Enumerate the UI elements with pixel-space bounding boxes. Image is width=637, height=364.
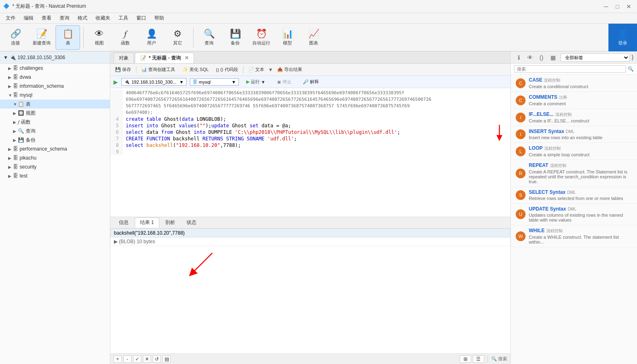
toolbar-connect-button[interactable]: 🔗 连接 [3,25,28,50]
snippet-loop[interactable]: L LOOP流程控制 Create a simple loop construc… [511,143,637,160]
snippet-case[interactable]: C CASE流程控制 Create a conditional construc… [511,75,637,92]
database-dropdown[interactable]: 🗄 mysql ▼ [190,78,239,86]
export-button[interactable]: 📤 导出结果 [274,66,305,73]
snippet-title-ifelse: IF...ELSE... [529,111,554,117]
sidebar-item-security[interactable]: ▶ 🗄 security [0,162,110,171]
sidebar-connection-label[interactable]: 192.168.10.150_3306 [18,55,65,60]
result-tab-status[interactable]: 状态 [181,218,202,228]
result-filter-button[interactable]: ▤ [163,355,171,363]
maximize-button[interactable]: □ [612,2,622,11]
arrow-info-schema: ▶ [8,84,13,89]
tab-object[interactable]: 对象 [114,53,134,63]
sidebar-item-func[interactable]: ▶ 𝑓 函数 [0,118,110,127]
sidebar-item-view[interactable]: ▶ 🔲 视图 [0,109,110,118]
toolbar-function-button[interactable]: 𝑓 函数 [113,25,138,50]
query-create-button[interactable]: 📊 查询创建工具 [138,66,178,73]
toolbar-table-button[interactable]: 📋 表 [56,25,80,50]
sidebar-item-pikachu[interactable]: ▶ 🗄 pikachu [0,153,110,162]
sidebar-item-label-query: 查询 [26,128,107,135]
sidebar-item-label-func: 函数 [21,119,107,126]
sql-editor[interactable]: 400646f776e6c6f616465725f696e6974006f706… [110,88,510,217]
rp-eye-icon[interactable]: 👁 [526,53,535,62]
result-tab-result1[interactable]: 结果 1 [135,218,159,228]
func-tree-icon: 𝑓 [18,119,19,125]
result-delete-button[interactable]: - [123,355,131,363]
snippet-select[interactable]: S SELECT SyntaxDML Retrieve rows selecte… [511,187,637,204]
sidebar-item-test[interactable]: ▶ 🗄 test [0,171,110,180]
rp-search-input[interactable] [514,65,626,73]
sidebar-item-mysql[interactable]: ▼ 🗄 mysql [0,91,110,100]
sidebar-item-dvwa[interactable]: ▶ 🗄 dvwa [0,73,110,82]
sql-line-hex2: 696e697400726567726561640072656772656164… [110,96,510,103]
rp-expand-icon[interactable]: ⟩ [631,53,634,61]
stop-button[interactable]: ⏹ 停止 [273,78,296,86]
result-check-button[interactable]: ✓ [133,355,141,363]
sql-line-5: 5 insert into Ghost values("");update Gh… [110,122,510,129]
snippet-comments[interactable]: C COMMENTS注释 Create a comment [511,92,637,109]
toolbar-schedule-button[interactable]: ⏰ 自动运行 [249,25,274,50]
menu-file[interactable]: 文件 [2,14,20,22]
content-area: 对象 📝 * 无标题 - 查询 ✕ 💾 保存 📊 查询创建工具 ✨ 美化 SQL [110,51,510,364]
menu-query[interactable]: 查询 [56,14,74,22]
rp-info-icon[interactable]: ℹ [514,53,523,62]
result-tab-info[interactable]: 信息 [114,218,134,228]
result-grid-button[interactable]: ⊞ [460,355,471,363]
sidebar-item-information-schema[interactable]: ▶ 🗄 information_schema [0,82,110,91]
toolbar-backup-button[interactable]: 💾 备份 [223,25,247,50]
arrow-perf-schema: ▶ [8,147,13,151]
snippet-while[interactable]: W WHILE流程控制 Create a WHILE construct. Th… [511,225,637,247]
toolbar-view-button[interactable]: 👁 视图 [87,25,111,50]
toolbar-model-button[interactable]: 📊 模型 [275,25,300,50]
menu-favorites[interactable]: 收藏夹 [91,14,114,22]
tag-selector-dropdown[interactable]: 全部标签 [561,53,630,62]
tab-close-icon[interactable]: ✕ [185,55,189,61]
result-tabs: 信息 结果 1 剖析 状态 [110,217,510,229]
menu-window[interactable]: 窗口 [132,14,150,22]
result-add-button[interactable]: + [114,355,122,363]
code-snippet-button[interactable]: () () 代码段 [213,66,241,73]
save-button[interactable]: 💾 保存 [112,66,134,73]
close-button[interactable]: ✕ [624,2,634,11]
connection-dropdown[interactable]: 🔌 192.168.10.150_330... ▼ [121,78,187,86]
snippet-update[interactable]: U UPDATE SyntaxDML Updates columns of ex… [511,204,637,225]
sidebar-item-performance-schema[interactable]: ▶ 🗄 performance_schema [0,144,110,153]
menu-edit[interactable]: 编辑 [20,14,38,22]
beautify-button[interactable]: ✨ 美化 SQL [179,66,212,73]
tab-query[interactable]: 📝 * 无标题 - 查询 ✕ [135,53,194,63]
toolbar-new-query-button[interactable]: 📝 新建查询 [29,25,54,50]
rp-bracket-icon[interactable]: () [537,53,546,62]
explain-button[interactable]: 🔎 解释 [299,78,323,86]
toolbar-user-button[interactable]: 👤 用户 [139,25,164,50]
sidebar-item-label-challenges: challenges [20,65,107,71]
menu-format[interactable]: 格式 [74,14,91,22]
sidebar-item-backup-tree[interactable]: ▶ 💾 备份 [0,135,110,144]
text-button[interactable]: 📄 文本 [245,66,267,73]
snippet-repeat[interactable]: R REPEAT流程控制 Create A REPEAT construct. … [511,160,637,187]
menu-view[interactable]: 查看 [38,14,56,22]
db-value: mysql [199,80,211,84]
snippet-ifelse[interactable]: I IF...ELSE...流程控制 Create a IF...ELSE...… [511,109,637,126]
menu-tools[interactable]: 工具 [114,14,132,22]
result-tab-profiling[interactable]: 剖析 [160,218,180,228]
sidebar-item-query[interactable]: ▶ 🔍 查询 [0,127,110,135]
snippet-insert[interactable]: I INSERT SyntaxDML Insert new rows into … [511,126,637,143]
toolbar-other-button[interactable]: ⚙ 其它 [165,25,190,50]
export-icon: 📤 [277,67,283,72]
sidebar-item-challenges[interactable]: ▶ 🗄 challenges [0,64,110,73]
backup-tree-icon: 💾 [18,137,24,143]
toolbar-query-button[interactable]: 🔍 查询 [197,25,221,50]
result-cancel-button[interactable]: ✕ [143,355,151,363]
result-list-button[interactable]: ☰ [473,355,484,363]
sidebar-item-table[interactable]: ▼ 📋 表 [0,100,110,109]
snippets-list: C CASE流程控制 Create a conditional construc… [511,75,637,364]
line-code-hex4: 6e697400); [122,109,153,116]
line-num-6: 6 [110,129,122,135]
menu-help[interactable]: 帮助 [150,14,168,22]
run-button[interactable]: ▶ 运行 ▼ [242,78,270,86]
result-refresh-button[interactable]: ↺ [153,355,161,363]
rp-grid-icon[interactable]: ▦ [548,53,557,62]
sql-line-9: 9 [110,149,510,155]
toolbar-chart-button[interactable]: 📈 图表 [301,25,326,50]
login-button[interactable]: 👤 登录 [608,24,637,51]
minimize-button[interactable]: ─ [601,2,611,11]
